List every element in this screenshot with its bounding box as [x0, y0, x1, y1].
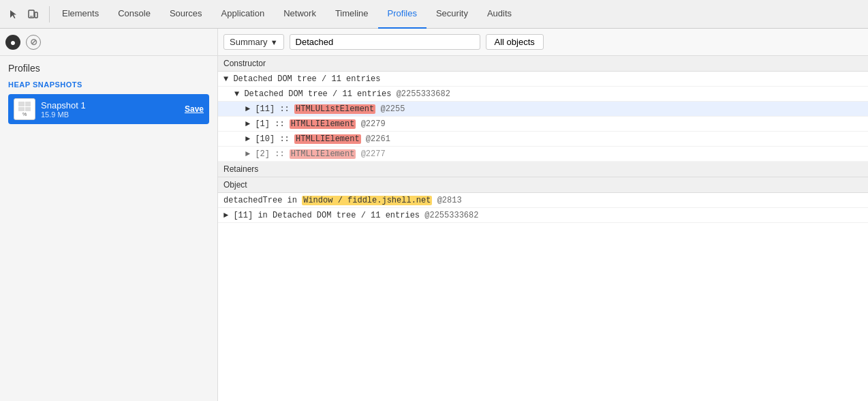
tab-security[interactable]: Security — [427, 0, 478, 29]
tree-row[interactable]: ► [1] :: HTMLLIElement @2279 — [218, 117, 868, 132]
tab-profiles[interactable]: Profiles — [378, 0, 427, 29]
row5-text: ► [10] :: HTMLLIElement @2261 — [245, 134, 390, 144]
record-button[interactable]: ● — [5, 35, 20, 50]
tab-timeline[interactable]: Timeline — [326, 0, 378, 29]
retainer-row1-text: detachedTree in Window / fiddle.jshell.n… — [223, 196, 462, 205]
window-fiddle-badge: Window / fiddle.jshell.net — [302, 196, 432, 205]
content-toolbar: Summary ▼ All objects — [218, 29, 868, 56]
tree-row[interactable]: ▼ Detached DOM tree / 11 entries — [218, 72, 868, 87]
svg-rect-1 — [35, 12, 37, 18]
main-layout: ● ⊘ Profiles HEAP SNAPSHOTS % Snapshot 1 — [0, 29, 868, 401]
sidebar-toolbar: ● ⊘ — [0, 29, 217, 56]
nav-tabs: Elements Console Sources Application Net… — [52, 0, 863, 28]
html-li-element-badge-2: HTMLLIElement — [294, 134, 361, 144]
html-li-element-badge-1: HTMLLIElement — [290, 119, 356, 129]
tab-console[interactable]: Console — [108, 0, 160, 29]
row4-text: ► [1] :: HTMLLIElement @2279 — [245, 119, 386, 129]
profiles-title: Profiles — [8, 63, 209, 74]
snapshot-info: Snapshot 1 15.9 MB — [41, 100, 179, 119]
snapshot-name: Snapshot 1 — [41, 100, 179, 110]
tab-elements[interactable]: Elements — [52, 0, 108, 29]
html-li-element-badge-3: HTMLLIElement — [290, 149, 356, 159]
tree-row-highlighted[interactable]: ► [11] :: HTMLUListElement @2255 — [218, 102, 868, 117]
tab-network[interactable]: Network — [274, 0, 326, 29]
filter-input[interactable] — [290, 34, 480, 50]
tree-row[interactable]: ► [2] :: HTMLLIElement @2277 — [218, 147, 868, 162]
sidebar-content: Profiles HEAP SNAPSHOTS % Snapshot 1 15.… — [0, 56, 217, 401]
tab-sources[interactable]: Sources — [160, 0, 212, 29]
addr-2255: @2255333682 — [397, 89, 450, 99]
retainers-section-header: Retainers — [218, 162, 868, 177]
snapshot-size: 15.9 MB — [41, 110, 179, 119]
row2-text: ▼ Detached DOM tree / 11 entries @225533… — [234, 89, 450, 99]
cursor-icon[interactable] — [5, 6, 22, 23]
tree-row[interactable]: detachedTree in Window / fiddle.jshell.n… — [218, 193, 868, 208]
row6-text: ► [2] :: HTMLLIElement @2277 — [245, 149, 386, 159]
device-icon[interactable] — [25, 6, 41, 23]
tree-row[interactable]: ► [10] :: HTMLLIElement @2261 — [218, 132, 868, 147]
row3-text: ► [11] :: HTMLUListElement @2255 — [245, 104, 405, 114]
constructor-section-header: Constructor — [218, 56, 868, 72]
html-ul-list-element-badge: HTMLUListElement — [294, 104, 375, 114]
snapshot-icon: % — [14, 98, 35, 120]
retainer-row2-text: ► [11] in Detached DOM tree / 11 entries… — [223, 211, 478, 220]
tree-row[interactable]: ► [11] in Detached DOM tree / 11 entries… — [218, 208, 868, 223]
cancel-button[interactable]: ⊘ — [26, 35, 41, 50]
tree-row[interactable]: ▼ Detached DOM tree / 11 entries @225533… — [218, 87, 868, 102]
heap-snapshots-label: HEAP SNAPSHOTS — [8, 80, 209, 89]
table-area: Constructor ▼ Detached DOM tree / 11 ent… — [218, 56, 868, 401]
content-panel: Summary ▼ All objects Constructor ▼ Deta… — [218, 29, 868, 401]
summary-dropdown[interactable]: Summary ▼ — [223, 34, 284, 50]
tab-application[interactable]: Application — [212, 0, 275, 29]
dropdown-arrow-icon: ▼ — [270, 38, 278, 46]
snapshot-save-button[interactable]: Save — [185, 104, 204, 114]
all-objects-button[interactable]: All objects — [486, 34, 544, 50]
summary-label: Summary — [230, 37, 268, 47]
tab-audits[interactable]: Audits — [478, 0, 521, 29]
top-toolbar: Elements Console Sources Application Net… — [0, 0, 868, 29]
row1-text: ▼ Detached DOM tree / 11 entries — [223, 74, 380, 84]
snapshot-item[interactable]: % Snapshot 1 15.9 MB Save — [8, 94, 209, 124]
sidebar: ● ⊘ Profiles HEAP SNAPSHOTS % Snapshot 1 — [0, 29, 218, 401]
object-section-header: Object — [218, 177, 868, 193]
toolbar-icons — [5, 6, 50, 23]
